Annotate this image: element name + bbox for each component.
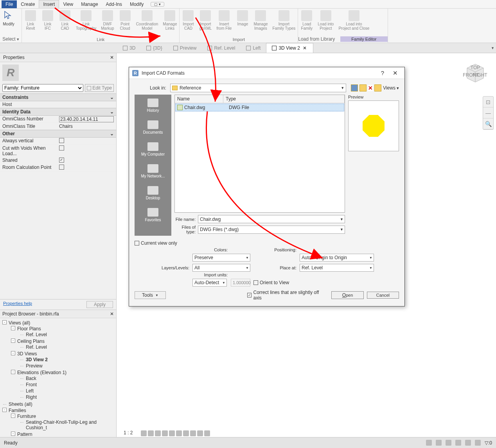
views-menu[interactable]: Views ▾ (383, 85, 399, 91)
viewctrl-icon[interactable] (183, 430, 189, 436)
prop-row[interactable]: Shared (0, 157, 116, 164)
viewctrl-icon[interactable] (155, 430, 161, 436)
filter-count[interactable]: ▽:0 (485, 440, 492, 446)
tree-node[interactable]: Preview (20, 363, 115, 369)
orient-to-view-checkbox[interactable]: Orient to View (253, 280, 374, 285)
status-icon[interactable] (465, 440, 471, 446)
link-revit[interactable]: Link Revit (22, 9, 39, 37)
tab-reflevel[interactable]: Ref. Level (202, 43, 241, 53)
prop-row[interactable]: Cut with Voids When Load... (0, 145, 116, 157)
tree-node[interactable]: 1/2 Step (20, 437, 115, 437)
nav-pan-icon[interactable]: — (483, 108, 493, 118)
viewctrl-icon[interactable] (162, 430, 168, 436)
placeat-combo[interactable]: Ref. Level▼ (300, 264, 374, 272)
menu-view[interactable]: View (59, 0, 77, 8)
layers-combo[interactable]: All▼ (192, 264, 250, 272)
status-icon[interactable] (436, 440, 442, 446)
status-icon[interactable] (475, 440, 481, 446)
viewctrl-icon[interactable] (141, 430, 147, 436)
tree-node[interactable]: -Floor PlansRef. Level (12, 326, 115, 338)
current-view-only-checkbox[interactable]: Current view only (135, 240, 177, 246)
tab-left[interactable]: Left (241, 43, 266, 53)
tree-node[interactable]: Ref. Level (20, 344, 115, 350)
prop-row[interactable]: Room Calculation Point (0, 164, 116, 172)
tools-button[interactable]: Tools▼ (135, 291, 166, 299)
filetype-combo[interactable]: DWG Files (*.dwg)▼ (198, 226, 345, 234)
import-gbxml[interactable]: Import gbXML (197, 9, 214, 37)
place-history[interactable]: History (135, 95, 171, 116)
manage-images[interactable]: Manage Images (251, 9, 270, 37)
tree-node[interactable]: Right (20, 394, 115, 400)
prop-row[interactable]: Always vertical (0, 138, 116, 145)
positioning-combo[interactable]: Auto - Origin to Origin▼ (300, 254, 374, 262)
viewctrl-icon[interactable] (190, 430, 196, 436)
correct-lines-checkbox[interactable]: ✓Correct lines that are slightly off axi… (247, 290, 325, 301)
status-icon[interactable] (446, 440, 451, 446)
prop-row[interactable]: OmniClass Number23.40.20.14.14.11 (0, 116, 116, 123)
file-list[interactable]: NameType Chair.dwg DWG File (174, 95, 345, 213)
tab-3d[interactable]: 3D (117, 43, 141, 53)
tabs-menu[interactable]: ▼ (491, 46, 494, 50)
apply-button[interactable]: Apply (86, 301, 113, 308)
coord-model[interactable]: Coordination Model (134, 9, 161, 37)
units-combo[interactable]: Auto-Detect▼ (192, 279, 227, 287)
tree-node[interactable]: 3D View 2 (20, 357, 115, 363)
link-ifc[interactable]: Link IFC (39, 9, 56, 37)
prop-row[interactable]: OmniClass TitleChairs (0, 123, 116, 130)
viewctrl-icon[interactable] (197, 430, 203, 436)
delete-icon[interactable]: ✕ (368, 85, 373, 91)
place-favorites[interactable]: Favorites (135, 204, 171, 226)
close-tab-icon[interactable]: ✕ (302, 45, 307, 51)
tree-node[interactable]: -Ceiling PlansRef. Level (12, 338, 115, 351)
close-icon[interactable]: ✕ (389, 70, 401, 77)
cancel-button[interactable]: Cancel (367, 292, 399, 299)
properties-help-link[interactable]: Properties help (3, 301, 32, 308)
family-selector[interactable]: Family: Furniture (2, 84, 83, 92)
tree-node[interactable]: -Views (all)-Floor PlansRef. Level-Ceili… (3, 320, 115, 401)
colors-combo[interactable]: Preserve▼ (192, 254, 250, 262)
viewcube[interactable]: TOPFRONTRIGHT (462, 59, 488, 85)
import-cad[interactable]: Import CAD (180, 9, 197, 37)
close-icon[interactable]: ✕ (110, 55, 114, 60)
load-into-project[interactable]: Load into Project (315, 9, 336, 36)
place-documents[interactable]: Documents (135, 116, 171, 138)
tree-node[interactable]: Ref. Level (20, 332, 115, 338)
places-bar[interactable]: HistoryDocumentsMy ComputerMy Network...… (135, 95, 171, 236)
tree-node[interactable]: Sheets (all) (3, 401, 115, 407)
tree-node[interactable]: -3D Views3D View 2Preview (12, 351, 115, 369)
tab-3dview2[interactable]: 3D View 2✕ (266, 43, 313, 53)
help-icon[interactable]: ? (376, 70, 389, 76)
load-family[interactable]: Load Family (298, 9, 315, 36)
status-icon[interactable] (426, 440, 432, 446)
viewctrl-icon[interactable] (204, 430, 210, 436)
back-icon[interactable] (351, 84, 358, 91)
tree-node[interactable]: -Pattern1/2 Step1/3 Step_No PatternArrow… (12, 431, 115, 437)
file-row[interactable]: Chair.dwg DWG File (175, 104, 344, 111)
new-folder-icon[interactable] (374, 84, 381, 91)
project-browser-tree[interactable]: -Views (all)-Floor PlansRef. Level-Ceili… (0, 318, 116, 437)
ribbon-overflow[interactable]: ▢ ▾ (151, 2, 164, 7)
link-cad[interactable]: Link CAD (56, 9, 74, 37)
nav-home-icon[interactable]: ⊡ (483, 97, 493, 108)
place-my-network-[interactable]: My Network... (135, 160, 171, 182)
tab-preview[interactable]: Preview (168, 43, 202, 53)
view-scale[interactable]: 1 : 2 (124, 430, 133, 435)
close-icon[interactable]: ✕ (110, 311, 114, 317)
menu-insert[interactable]: Insert (39, 0, 59, 8)
viewctrl-icon[interactable] (176, 430, 182, 436)
open-button[interactable]: OOpenpen (331, 291, 363, 299)
modify-tool[interactable]: Modify (0, 9, 17, 36)
menu-manage[interactable]: Manage (77, 0, 102, 8)
tree-node[interactable]: Back (20, 375, 115, 382)
edit-type-button[interactable]: Edit Type (85, 84, 114, 92)
import-family-types[interactable]: Import Family Types (270, 9, 298, 37)
menu-addins[interactable]: Add-Ins (102, 0, 126, 8)
tree-node[interactable]: -FurnitureSeating-Chair-Knoll-Tulip-Leg … (12, 413, 115, 431)
insert-from-file[interactable]: Insert from File (214, 9, 234, 37)
viewctrl-icon[interactable] (169, 430, 175, 436)
manage-links[interactable]: Manage Links (160, 9, 179, 37)
tab-3d-2[interactable]: {3D} (141, 43, 167, 53)
load-into-project-close[interactable]: Load into Project and Close (336, 9, 372, 36)
tree-node[interactable]: Front (20, 382, 115, 388)
place-desktop[interactable]: Desktop (135, 182, 171, 204)
